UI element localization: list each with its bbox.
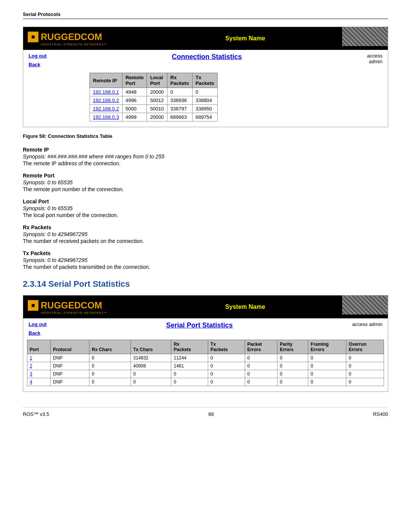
tx-packets-cell: 0: [208, 354, 245, 362]
field-synopsis-remote_port: Synopsis: 0 to 65535: [23, 179, 388, 185]
field-synopsis-tx_packets: Synopsis: 0 to 4294967295: [23, 257, 388, 263]
packet-errors-cell: 0: [245, 370, 277, 378]
rx-packets-cell: 0: [171, 370, 208, 378]
field-desc-rx_packets: The number of received packets on the co…: [23, 238, 388, 244]
field-desc-local_port: The local port number of the connection.: [23, 212, 388, 218]
serial-table-container: Port Protocol Rx Chars Tx Chars RxPacket…: [23, 337, 388, 391]
framing-errors-cell: 0: [308, 354, 346, 362]
parity-errors-cell: 0: [277, 378, 308, 386]
page-title[interactable]: Connection Statistics: [47, 53, 367, 61]
section-heading: Serial Protocols: [23, 11, 388, 19]
overrun-errors-cell: 0: [346, 370, 384, 378]
logo: ■ RUGGEDCOM INDUSTRIAL STRENGTH NETWORKS…: [28, 32, 107, 46]
serial-logo-subtitle: INDUSTRIAL STRENGTH NETWORKS™: [41, 312, 107, 314]
panel-header: ■ RUGGEDCOM INDUSTRIAL STRENGTH NETWORKS…: [23, 27, 388, 50]
parity-errors-cell: 0: [277, 370, 308, 378]
logout-link[interactable]: Log out: [29, 53, 47, 59]
chapter-heading: 2.3.14 Serial Port Statistics: [23, 279, 388, 289]
parity-errors-cell: 0: [277, 354, 308, 362]
serial-col-port: Port: [27, 340, 51, 354]
framing-errors-cell: 0: [308, 378, 346, 386]
remote-port-cell: 4948: [122, 88, 147, 96]
port-cell[interactable]: 3: [27, 370, 51, 378]
serial-access-info: access admin: [352, 321, 382, 327]
tx-packets-cell: 0: [208, 362, 245, 370]
serial-logout-link[interactable]: Log out: [29, 321, 47, 327]
overrun-errors-cell: 0: [346, 354, 384, 362]
serial-logo: ■ RUGGEDCOM INDUSTRIAL STRENGTH NETWORKS…: [28, 300, 107, 314]
serial-header-stripe: [342, 296, 388, 315]
framing-errors-cell: 0: [308, 362, 346, 370]
rx-chars-cell: 0: [89, 378, 131, 386]
field-label-local_port: Local Port: [23, 198, 388, 204]
serial-col-framing-errors: FramingErrors: [308, 340, 346, 354]
tx-packets-cell: 0: [208, 370, 245, 378]
port-cell[interactable]: 4: [27, 378, 51, 386]
rx-chars-cell: 0: [89, 362, 131, 370]
col-header-remote-port: RemotePort: [122, 73, 147, 88]
connection-table: Remote IP RemotePort LocalPort RxPackets…: [89, 73, 218, 121]
footer-right: RS400: [373, 411, 388, 417]
table-row: 192.168.0.149482000000: [90, 88, 218, 96]
footer-left: ROS™ v3.5: [23, 411, 49, 417]
remote-port-cell: 4996: [122, 96, 147, 105]
logo-text: RUGGEDCOM: [41, 32, 102, 42]
remote-port-cell: 5000: [122, 105, 147, 113]
logo-subtitle: INDUSTRIAL STRENGTH NETWORKS™: [41, 43, 107, 46]
serial-col-packet-errors: PacketErrors: [245, 340, 277, 354]
logo-icon: ■: [28, 32, 38, 42]
serial-col-tx-chars: Tx Chars: [131, 340, 171, 354]
footer: ROS™ v3.5 88 RS400: [23, 407, 388, 417]
tx-packets-cell: 0: [208, 378, 245, 386]
rx-chars-cell: 0: [89, 354, 131, 362]
col-header-tx-packets: TxPackets: [192, 73, 217, 88]
field-synopsis-rx_packets: Synopsis: 0 to 4294967295: [23, 231, 388, 237]
serial-logo-icon: ■: [28, 300, 38, 311]
rx-packets-cell: 11244: [171, 354, 208, 362]
serial-panel: ■ RUGGEDCOM INDUSTRIAL STRENGTH NETWORKS…: [23, 295, 388, 392]
col-header-rx-packets: RxPackets: [167, 73, 192, 88]
field-label-remote_ip: Remote IP: [23, 147, 388, 153]
parity-errors-cell: 0: [277, 362, 308, 370]
serial-back-link[interactable]: Back: [29, 330, 47, 336]
serial-panel-header: ■ RUGGEDCOM INDUSTRIAL STRENGTH NETWORKS…: [23, 296, 388, 318]
remote-ip-cell[interactable]: 192.168.0.2: [90, 96, 123, 105]
port-cell[interactable]: 2: [27, 362, 51, 370]
local-port-cell: 50012: [147, 96, 167, 105]
table-row: 192.168.0.2499650012338936338804: [90, 96, 218, 105]
access-info: access admin: [367, 53, 382, 64]
local-port-cell: 20000: [147, 88, 167, 96]
rx-packets-cell: 338797: [167, 105, 192, 113]
tx-packets-cell: 0: [192, 88, 217, 96]
remote-ip-cell[interactable]: 192.168.0.2: [90, 105, 123, 113]
rx-packets-cell: 1461: [171, 362, 208, 370]
serial-logo-text: RUGGEDCOM: [41, 300, 102, 311]
serial-table-body: 1DNP031483211244000002DNP040908146100000…: [27, 354, 384, 386]
serial-table: Port Protocol Rx Chars Tx Chars RxPacket…: [27, 340, 384, 386]
field-section-remote_ip: Remote IPSynopsis: ###.###.###.### where…: [23, 147, 388, 166]
field-label-remote_port: Remote Port: [23, 173, 388, 179]
figure-caption: Figure 59: Connection Statistics Table: [23, 133, 388, 139]
serial-table-row: 2DNP040908146100000: [27, 362, 384, 370]
table-row: 192.168.0.3499920000689663689754: [90, 113, 218, 121]
remote-ip-cell[interactable]: 192.168.0.3: [90, 113, 123, 121]
field-synopsis-remote_ip: Synopsis: ###.###.###.### where ### rang…: [23, 153, 388, 160]
col-header-remote-ip: Remote IP: [90, 73, 123, 88]
packet-errors-cell: 0: [245, 378, 277, 386]
rx-packets-cell: 0: [171, 378, 208, 386]
tx-packets-cell: 338950: [192, 105, 217, 113]
rx-packets-cell: 689663: [167, 113, 192, 121]
serial-page-title[interactable]: Serial Port Statistics: [47, 321, 352, 329]
overrun-errors-cell: 0: [346, 378, 384, 386]
remote-ip-cell[interactable]: 192.168.0.1: [90, 88, 123, 96]
protocol-cell: DNP: [51, 370, 89, 378]
tx-chars-cell: 314832: [131, 354, 171, 362]
protocol-cell: DNP: [51, 354, 89, 362]
connection-panel: ■ RUGGEDCOM INDUSTRIAL STRENGTH NETWORKS…: [23, 27, 388, 127]
connection-table-body: 192.168.0.149482000000192.168.0.24996500…: [90, 88, 218, 121]
serial-table-row: 1DNP03148321124400000: [27, 354, 384, 362]
back-link[interactable]: Back: [29, 62, 47, 67]
port-cell[interactable]: 1: [27, 354, 51, 362]
framing-errors-cell: 0: [308, 370, 346, 378]
field-synopsis-local_port: Synopsis: 0 to 65535: [23, 205, 388, 211]
